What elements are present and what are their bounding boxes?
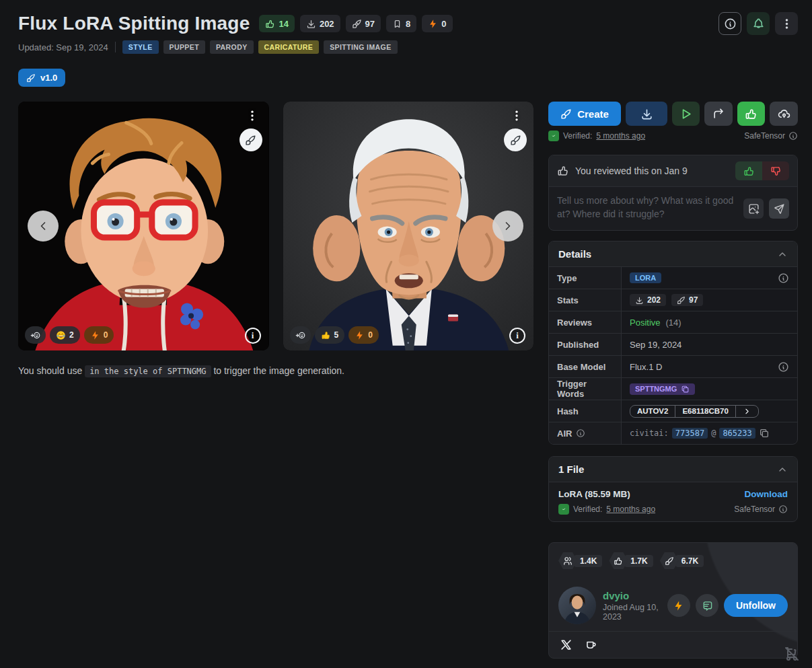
creator-avatar[interactable] (558, 587, 596, 624)
chevron-up-icon (777, 464, 788, 475)
detail-row-base-model: Base Model Flux.1 D (549, 355, 797, 377)
updated-date: Updated: Sep 19, 2024 (18, 42, 108, 52)
info-icon[interactable] (778, 361, 789, 373)
thumbs-up-vote-button[interactable] (735, 161, 762, 180)
thumbs-down-vote-button[interactable] (762, 161, 789, 180)
info-icon[interactable] (788, 131, 798, 141)
detail-row-reviews: Reviews Positive (14) (549, 311, 797, 333)
avatar-image (558, 587, 596, 624)
thumbs-up-icon (265, 19, 275, 29)
image-menu-button[interactable] (244, 107, 261, 124)
unfollow-button[interactable]: Unfollow (724, 594, 788, 617)
file-format-label: SafeTensor (744, 131, 785, 141)
details-header[interactable]: Details (549, 242, 797, 266)
add-reaction-button[interactable] (290, 326, 311, 344)
scan-status-row: Verified: 5 months ago SafeTensor (548, 131, 798, 141)
creator-username[interactable]: dvyio (603, 590, 667, 601)
vault-button[interactable] (770, 102, 798, 126)
play-icon (679, 108, 692, 120)
detail-row-published: Published Sep 19, 2024 (549, 333, 797, 355)
review-status: You reviewed this on Jan 9 (575, 165, 688, 176)
thumb-count: 5 (334, 330, 339, 340)
tag-spitting-image[interactable]: SPITTING IMAGE (324, 40, 397, 54)
create-button[interactable]: Create (548, 102, 621, 126)
info-icon[interactable] (778, 505, 788, 514)
energy-stat[interactable]: 0 (422, 15, 452, 32)
laugh-count: 2 (69, 330, 74, 340)
share-button[interactable] (704, 102, 733, 126)
header-actions (718, 12, 798, 35)
brush-icon (665, 556, 674, 566)
image-info-button[interactable]: i (245, 328, 261, 344)
remix-image-button[interactable] (504, 128, 527, 151)
bolt-icon (355, 330, 365, 340)
notifications-button[interactable] (747, 12, 770, 35)
divider (115, 42, 116, 52)
download-button[interactable] (626, 102, 667, 126)
laugh-reaction[interactable]: 2 (50, 326, 80, 344)
tag-style[interactable]: STYLE (122, 40, 159, 54)
type-badge[interactable]: LORA (630, 272, 661, 283)
bolt-count: 0 (368, 330, 373, 340)
verified-label: Verified: (563, 131, 592, 141)
likes-stat[interactable]: 14 (259, 15, 294, 32)
page-menu-button[interactable] (775, 12, 798, 35)
copy-icon[interactable] (759, 428, 770, 439)
carousel-prev-button[interactable] (28, 211, 59, 242)
page-info-button[interactable] (718, 12, 741, 35)
gallery-column: 2 0 i (18, 102, 533, 659)
hash-pill[interactable]: AUTOV2 E68118CB70 (630, 405, 759, 418)
remix-image-button[interactable] (239, 128, 262, 151)
tag-caricature[interactable]: CARICATURE (258, 40, 320, 54)
action-row: Create (548, 102, 798, 126)
carousel-next-button[interactable] (492, 211, 523, 242)
version-button[interactable]: v1.0 (18, 69, 65, 87)
brush-icon (560, 108, 572, 120)
verified-time-link[interactable]: 5 months ago (596, 131, 645, 141)
creator-stats: 1.4K 1.7K 6.7K (558, 552, 788, 569)
kofi-link[interactable] (585, 638, 597, 651)
bolt-reaction[interactable]: 0 (348, 326, 379, 344)
create-label: Create (577, 108, 609, 120)
hash-type: AUTOV2 (630, 406, 675, 417)
trigger-phrase[interactable]: in the style of SPTTNGMG (85, 365, 211, 377)
image-menu-button[interactable] (508, 107, 525, 124)
liked-button[interactable] (737, 102, 765, 126)
info-icon[interactable] (778, 272, 789, 284)
twitter-x-link[interactable] (560, 638, 573, 651)
downloads-stat[interactable]: 202 (300, 15, 340, 32)
tag-puppet[interactable]: PUPPET (163, 40, 205, 54)
trigger-word-badge[interactable]: SPTTNGMG (630, 383, 695, 395)
file-download-link[interactable]: Download (745, 489, 788, 499)
run-model-button[interactable] (672, 102, 700, 126)
info-icon[interactable] (576, 429, 585, 438)
creator-generations-stat[interactable]: 6.7K (660, 552, 704, 569)
review-comment-input[interactable] (557, 194, 738, 223)
thumbs-up-reaction[interactable]: 5 (315, 326, 345, 344)
air-version-id: 865233 (719, 428, 755, 439)
tip-button[interactable] (667, 594, 690, 617)
bolt-reaction[interactable]: 0 (84, 326, 114, 344)
add-reaction-button[interactable] (25, 326, 46, 344)
reviews-positive-link[interactable]: Positive (630, 318, 661, 328)
image-info-button[interactable]: i (509, 328, 525, 344)
energy-count: 0 (441, 19, 446, 29)
files-header[interactable]: 1 File (549, 457, 797, 482)
laughing-emoji-icon (56, 330, 66, 340)
cart-disabled-button[interactable] (784, 646, 800, 664)
file-format-label: SafeTensor (734, 505, 775, 514)
tag-parody[interactable]: PARODY (210, 40, 254, 54)
file-verified-time-link[interactable]: 5 months ago (606, 505, 655, 514)
creator-followers-stat[interactable]: 1.4K (558, 552, 602, 569)
files-title: 1 File (558, 463, 584, 475)
send-review-button[interactable] (769, 198, 789, 219)
chat-button[interactable] (696, 594, 718, 617)
attach-image-button[interactable] (743, 198, 764, 219)
bookmarks-stat[interactable]: 8 (386, 15, 416, 32)
add-emoji-icon (295, 330, 305, 340)
creator-likes-stat[interactable]: 1.7K (609, 552, 653, 569)
generations-stat[interactable]: 97 (346, 15, 381, 32)
hash-expand-button[interactable] (735, 406, 758, 417)
copy-icon (681, 385, 690, 394)
page-header: Flux LoRA Spitting Image 14 202 97 8 (18, 12, 798, 87)
